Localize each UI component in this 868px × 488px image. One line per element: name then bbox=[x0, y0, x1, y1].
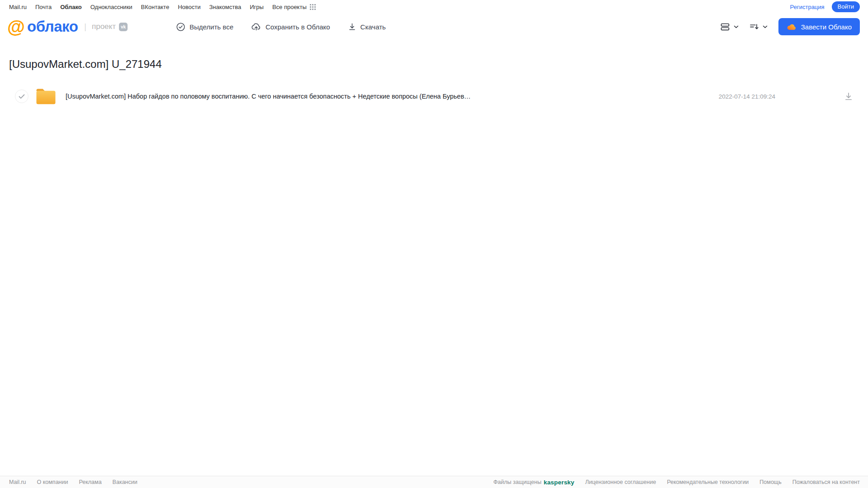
save-to-cloud-label: Сохранить в Облако bbox=[266, 23, 330, 31]
file-name[interactable]: [UsupovMarket.com] Набор гайдов по полов… bbox=[66, 93, 473, 100]
select-all-button[interactable]: Выделить все bbox=[176, 23, 233, 31]
nav-link-igry[interactable]: Игры bbox=[250, 4, 264, 10]
cloud-upload-icon bbox=[251, 23, 261, 31]
sort-selector[interactable] bbox=[749, 23, 768, 30]
main-content: [UsupovMarket.com] U_271944 [UsupovMarke… bbox=[0, 58, 868, 108]
mailru-at-icon: @ bbox=[7, 18, 24, 35]
brand-name: облако bbox=[27, 18, 78, 35]
nav-link-vkontakte[interactable]: ВКонтакте bbox=[141, 4, 170, 10]
footer-link-help[interactable]: Помощь bbox=[759, 479, 781, 485]
nav-link-oblako[interactable]: Облако bbox=[60, 4, 82, 10]
footer: Mail.ru О компании Реклама Вакансии Файл… bbox=[0, 476, 868, 488]
files-protected-label: Файлы защищены bbox=[493, 479, 541, 485]
nav-link-znakomstva[interactable]: Знакомства bbox=[209, 4, 241, 10]
save-to-cloud-button[interactable]: Сохранить в Облако bbox=[251, 23, 330, 31]
header-right: Завести Облако bbox=[721, 18, 860, 35]
download-icon bbox=[844, 92, 853, 101]
footer-right-links: Файлы защищены kaspersky Лицензионное со… bbox=[493, 479, 860, 486]
login-button[interactable]: Войти bbox=[832, 1, 860, 12]
chevron-down-icon bbox=[763, 25, 768, 28]
page-title: [UsupovMarket.com] U_271944 bbox=[9, 58, 853, 71]
nav-link-mailru[interactable]: Mail.ru bbox=[9, 4, 27, 10]
folder-icon bbox=[36, 88, 56, 105]
kaspersky-logo: kaspersky bbox=[544, 479, 574, 486]
logo-divider: | bbox=[84, 22, 86, 32]
file-modified-date: 2022-07-14 21:09:24 bbox=[719, 93, 775, 100]
nav-link-odnoklassniki[interactable]: Одноклассники bbox=[90, 4, 133, 10]
cloud-logo[interactable]: @ облако | проект vk bbox=[7, 18, 128, 35]
check-circle-icon bbox=[176, 23, 185, 31]
get-cloud-button[interactable]: Завести Облако bbox=[778, 18, 860, 35]
select-all-label: Выделить все bbox=[190, 23, 233, 31]
check-icon bbox=[19, 94, 25, 99]
nav-link-pochta[interactable]: Почта bbox=[35, 4, 52, 10]
footer-link-company[interactable]: О компании bbox=[37, 479, 68, 485]
portal-nav-links: Mail.ru Почта Облако Одноклассники ВКонт… bbox=[9, 4, 316, 10]
kaspersky-protection[interactable]: Файлы защищены kaspersky bbox=[493, 479, 574, 486]
file-toolbar: Выделить все Сохранить в Облако Скачат bbox=[176, 23, 386, 31]
header: @ облако | проект vk Выделить все bbox=[0, 13, 868, 41]
all-projects-label: Все проекты bbox=[272, 4, 307, 10]
view-mode-selector[interactable] bbox=[721, 23, 739, 31]
orange-cloud-icon bbox=[787, 23, 797, 30]
portal-nav: Mail.ru Почта Облако Одноклассники ВКонт… bbox=[0, 0, 868, 13]
vk-badge-icon: vk bbox=[119, 23, 128, 31]
footer-link-recommendation-tech[interactable]: Рекомендательные технологии bbox=[667, 479, 749, 485]
chevron-down-icon bbox=[734, 25, 739, 28]
footer-link-ads[interactable]: Реклама bbox=[79, 479, 101, 485]
footer-link-report-content[interactable]: Пожаловаться на контент bbox=[792, 479, 860, 485]
footer-left-links: Mail.ru О компании Реклама Вакансии bbox=[9, 479, 138, 485]
download-button[interactable]: Скачать bbox=[348, 23, 386, 31]
get-cloud-label: Завести Облако bbox=[801, 23, 852, 31]
sort-icon bbox=[749, 23, 759, 30]
footer-link-mailru[interactable]: Mail.ru bbox=[9, 479, 26, 485]
download-label: Скачать bbox=[360, 23, 386, 31]
footer-link-license[interactable]: Лицензионное соглашение bbox=[585, 479, 656, 485]
download-icon bbox=[348, 23, 356, 31]
nav-link-novosti[interactable]: Новости bbox=[178, 4, 200, 10]
registration-link[interactable]: Регистрация bbox=[790, 4, 825, 10]
apps-grid-icon bbox=[310, 4, 316, 10]
project-label: проект bbox=[92, 22, 116, 31]
portal-nav-right: Регистрация Войти bbox=[790, 1, 860, 12]
file-row[interactable]: [UsupovMarket.com] Набор гайдов по полов… bbox=[9, 85, 853, 108]
nav-link-all-projects[interactable]: Все проекты bbox=[272, 4, 316, 10]
row-checkbox[interactable] bbox=[15, 90, 28, 103]
footer-link-jobs[interactable]: Вакансии bbox=[113, 479, 138, 485]
row-download-button[interactable] bbox=[844, 92, 853, 101]
list-view-icon bbox=[721, 23, 730, 31]
